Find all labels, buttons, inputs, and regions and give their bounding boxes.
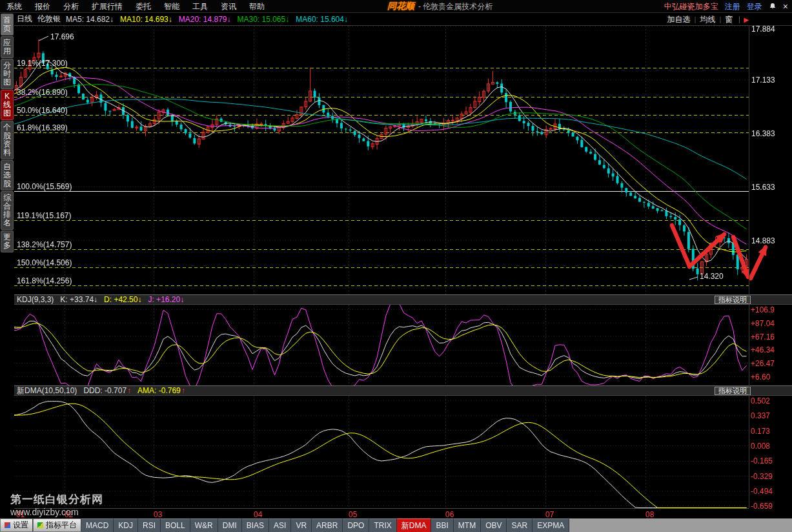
sidebar-item-stock-info[interactable]: 个 股 资 料 — [1, 121, 14, 159]
close-icon[interactable]: × — [783, 0, 788, 13]
dma-axis-label: -0.494 — [751, 487, 773, 496]
dma-axis-label: -0.659 — [751, 502, 773, 511]
sidebar: 首 页应 用分 时 图K 线 图个 股 资 料自 选 股综 合 排 名更 多 — [0, 13, 14, 517]
sidebar-item-watchlist[interactable]: 自 选 股 — [1, 160, 14, 190]
menu-item[interactable]: 帮助 — [243, 0, 271, 13]
indicator-tab[interactable]: W&R — [190, 518, 218, 532]
indicator-tab[interactable]: TRIX — [369, 518, 396, 532]
sidebar-item-apps[interactable]: 应 用 — [1, 36, 14, 58]
indicator-tab[interactable]: BOLL — [161, 518, 190, 532]
menu-item[interactable]: 报价 — [28, 0, 57, 13]
main-chart-region: 17.696 14.320 19.1%(17.300)38.2%(16.890)… — [14, 26, 749, 294]
kdj-header-value: D: +42.50↓ — [104, 295, 141, 304]
indicator-tab[interactable]: SAR — [507, 518, 533, 532]
indicator-tab[interactable]: DMI — [218, 518, 242, 532]
indicator-tab[interactable]: DPO — [343, 518, 369, 532]
dma-axis-label: -0.165 — [751, 456, 773, 466]
dma-header-value: 新DMA(10,50,10) — [17, 385, 77, 396]
indicator-platform-button[interactable]: 指标平台 — [33, 518, 81, 532]
kdj-axis-label: +106.9 — [751, 305, 775, 314]
indicator-tab[interactable]: OBV — [481, 518, 507, 532]
sidebar-item-more[interactable]: 更 多 — [1, 230, 14, 252]
month-label: 07 — [545, 510, 554, 519]
kdj-values: KDJ(9,3,3)K: +33.74↓D: +42.50↓J: +16.20↓ — [17, 295, 184, 304]
kdj-indicator-help-button[interactable]: 指标说明 — [715, 296, 751, 304]
menubar-right: 中弘碰瓷加多宝 注册 登录 × — [664, 0, 788, 13]
indicator-tab[interactable]: 新DMA — [397, 518, 432, 532]
indicator-platform-button-label: 指标平台 — [46, 520, 77, 531]
kdj-axis-label: +87.04 — [751, 319, 775, 328]
price-axis-label: 15.633 — [751, 183, 775, 192]
month-label: 01 — [16, 510, 25, 519]
kdj-axis-label: +67.16 — [751, 332, 775, 342]
dma-axis-label: 0.008 — [751, 442, 770, 451]
dma-axis-label: 0.337 — [751, 411, 770, 420]
indicator-tab[interactable]: EXPMA — [533, 518, 569, 532]
titlebar-button[interactable]: 加自选 — [664, 14, 695, 25]
indicator-tab[interactable]: KDJ — [114, 518, 138, 532]
settings-button[interactable]: 设置 — [0, 518, 33, 532]
ma-values: MA5: 14.682↓MA10: 14.693↓MA20: 14.879↓MA… — [66, 15, 348, 24]
ma-label: MA30: 15.065↓ — [237, 15, 289, 24]
chart-titlebar: 日线 伦敦银 MA5: 14.682↓MA10: 14.693↓MA20: 14… — [14, 13, 792, 26]
indicator-tab[interactable]: ARBR — [312, 518, 343, 532]
indicator-tab[interactable]: MTM — [454, 518, 481, 532]
settings-icon — [5, 522, 10, 528]
settings-button-label: 设置 — [13, 520, 28, 531]
indicator-tab[interactable]: RSI — [138, 518, 161, 532]
sidebar-item-kline[interactable]: K 线 图 — [1, 90, 14, 120]
kdj-axis-label: +26.47 — [751, 359, 775, 368]
ma-label: MA5: 14.682↓ — [66, 15, 114, 24]
menu-item[interactable]: 资讯 — [214, 0, 243, 13]
indicator-platform-icon — [37, 522, 43, 528]
period-label[interactable]: 日线 — [17, 14, 32, 25]
dma-values: 新DMA(10,50,10)DDD: -0.707↑AMA: -0.769↑ — [17, 385, 185, 396]
kdj-axis-label: +6.60 — [751, 373, 770, 382]
sidebar-item-ranking[interactable]: 综 合 排 名 — [1, 191, 14, 230]
menu-item[interactable]: 工具 — [186, 0, 214, 13]
titlebar-button[interactable]: 均线 — [696, 14, 719, 25]
indicator-tab[interactable]: ASI — [269, 518, 291, 532]
ma-label: MA60: 15.604↓ — [296, 15, 348, 24]
sidebar-item-home[interactable]: 首 页 — [1, 14, 14, 36]
indicator-tabbar: 设置 指标平台 MACDKDJRSIBOLLW&RDMIBIASASIVRARB… — [0, 518, 792, 532]
kdj-header-value: J: +16.20↓ — [148, 295, 184, 304]
indicator-tab[interactable]: VR — [291, 518, 312, 532]
month-label: 08 — [645, 510, 654, 519]
month-label: 03 — [154, 510, 162, 519]
menubar: 系统报价分析扩展行情委托智能工具资讯帮助 同花顺 - 伦敦贵金属技术分析 中弘碰… — [0, 0, 792, 13]
register-link[interactable]: 注册 — [725, 1, 740, 12]
bell-icon[interactable] — [769, 3, 777, 10]
menu-item[interactable]: 分析 — [57, 0, 85, 13]
menu-item[interactable]: 智能 — [157, 0, 186, 13]
kdj-header-value: KDJ(9,3,3) — [17, 295, 54, 304]
dma-axis-label: -0.329 — [751, 472, 773, 481]
ma-label: MA10: 14.693↓ — [120, 15, 172, 24]
indicator-tab[interactable]: BBI — [431, 518, 453, 532]
month-label: 04 — [254, 510, 262, 519]
indicator-tabs: MACDKDJRSIBOLLW&RDMIBIASASIVRARBRDPOTRIX… — [81, 518, 569, 532]
kdj-panel — [14, 305, 749, 385]
kdj-chart[interactable] — [14, 305, 749, 385]
dma-indicator-help-button[interactable]: 指标说明 — [715, 387, 751, 395]
sidebar-item-timeline[interactable]: 分 时 图 — [1, 59, 14, 89]
month-label: 05 — [349, 510, 357, 519]
kdj-header: KDJ(9,3,3)K: +33.74↓D: +42.50↓J: +16.20↓… — [14, 294, 792, 305]
login-link[interactable]: 登录 — [747, 1, 762, 12]
menu-item[interactable]: 系统 — [0, 0, 28, 13]
trading-app-window: 系统报价分析扩展行情委托智能工具资讯帮助 同花顺 - 伦敦贵金属技术分析 中弘碰… — [0, 0, 792, 532]
menu-item[interactable]: 扩展行情 — [85, 0, 129, 13]
titlebar-button[interactable]: 窗 — [721, 14, 736, 25]
expand-icon[interactable]: ▶ — [739, 16, 749, 23]
indicator-tab[interactable]: MACD — [81, 518, 114, 532]
price-axis-label: 17.884 — [751, 25, 775, 34]
menu-item[interactable]: 委托 — [129, 0, 157, 13]
axis-separator — [749, 26, 749, 508]
month-label: 06 — [445, 510, 454, 519]
kdj-header-value: K: +33.74↓ — [60, 295, 97, 304]
candlestick-chart[interactable] — [14, 26, 749, 294]
promo-link[interactable]: 中弘碰瓷加多宝 — [664, 1, 718, 12]
indicator-tab[interactable]: BIAS — [242, 518, 269, 532]
dma-chart[interactable] — [14, 396, 749, 508]
menu-items: 系统报价分析扩展行情委托智能工具资讯帮助 — [0, 0, 271, 13]
